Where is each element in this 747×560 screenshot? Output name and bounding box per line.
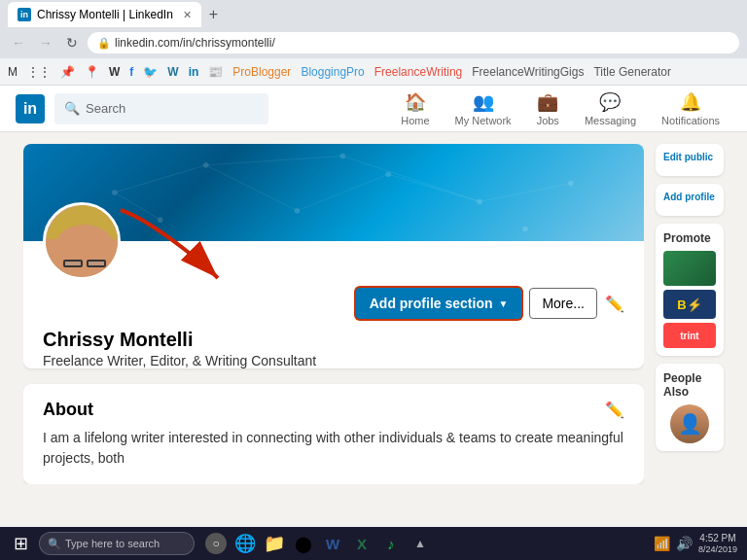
word-icon: W bbox=[326, 536, 339, 552]
svg-point-8 bbox=[522, 227, 528, 232]
nav-jobs[interactable]: 💼 Jobs bbox=[525, 88, 571, 130]
search-bar[interactable]: 🔍 Search bbox=[54, 93, 268, 124]
linkedin-nav: 🏠 Home 👥 My Network 💼 Jobs 💬 Messaging 🔔… bbox=[389, 88, 731, 130]
refresh-button[interactable]: ↻ bbox=[62, 33, 82, 52]
more-button[interactable]: More... bbox=[529, 288, 597, 319]
search-placeholder: Search bbox=[86, 101, 125, 116]
explorer-icon: 📁 bbox=[264, 533, 285, 554]
taskbar-file-explorer[interactable]: 📁 bbox=[261, 530, 288, 557]
bookmark-freelancewriting[interactable]: FreelanceWriting bbox=[374, 65, 462, 79]
tab-favicon: in bbox=[18, 8, 31, 21]
svg-line-13 bbox=[480, 184, 571, 202]
about-title: About bbox=[43, 400, 93, 420]
people-also-section: People Also 👤 bbox=[656, 364, 724, 451]
bookmark-problogger[interactable]: ProBlogger bbox=[232, 65, 291, 79]
bookmark-wikipedia[interactable]: W bbox=[109, 65, 120, 79]
svg-point-2 bbox=[295, 208, 301, 214]
avatar-container bbox=[23, 241, 644, 290]
taskbar-chrome[interactable]: ⬤ bbox=[290, 530, 317, 557]
avatar bbox=[43, 202, 121, 280]
edit-public-label: Edit public bbox=[663, 152, 716, 162]
profile-name: Chrissy Montelli bbox=[43, 329, 624, 351]
browser-tab-bar: in Chrissy Montelli | LinkedIn ✕ + bbox=[0, 0, 747, 27]
lock-icon: 🔒 bbox=[97, 37, 111, 50]
edit-public-section: Edit public bbox=[656, 144, 724, 176]
bookmark-feedly[interactable]: 📰 bbox=[208, 65, 223, 79]
forward-button[interactable]: → bbox=[35, 33, 56, 52]
new-tab-btn[interactable]: + bbox=[201, 2, 226, 27]
url-input[interactable]: 🔒 linkedin.com/in/chrissymontelli/ bbox=[88, 32, 739, 53]
start-button[interactable]: ⊞ bbox=[6, 530, 35, 557]
trint-label: trint bbox=[680, 331, 698, 341]
svg-point-3 bbox=[385, 171, 391, 177]
baylor-logo[interactable]: B⚡ bbox=[663, 290, 716, 319]
bookmark-titlegenerator[interactable]: Title Generator bbox=[593, 65, 671, 79]
tab-title: Chrissy Montelli | LinkedIn bbox=[37, 8, 173, 21]
edit-profile-button[interactable]: ✏️ bbox=[605, 295, 624, 313]
taskbar-apps: ○ 🌐 📁 ⬤ W X ♪ ▲ bbox=[202, 530, 434, 557]
profile-card: Add profile section More... ✏️ Chrissy M… bbox=[23, 144, 644, 368]
taskbar-word[interactable]: W bbox=[319, 530, 346, 557]
back-button[interactable]: ← bbox=[8, 33, 29, 52]
bookmark-twitter[interactable]: 🐦 bbox=[143, 65, 158, 79]
nav-notifications[interactable]: 🔔 Notifications bbox=[650, 88, 731, 130]
taskbar-search-text: Type here to search bbox=[65, 538, 160, 549]
edit-about-button[interactable]: ✏️ bbox=[605, 401, 624, 419]
profile-title: Freelance Writer, Editor, & Writing Cons… bbox=[43, 353, 624, 368]
messaging-icon: 💬 bbox=[599, 91, 621, 113]
nav-jobs-label: Jobs bbox=[537, 115, 559, 126]
chrome-icon: ⬤ bbox=[295, 535, 312, 553]
bookmark-gmail[interactable]: M bbox=[8, 65, 18, 79]
glass-left bbox=[63, 260, 83, 267]
bookmark-maps[interactable]: 📍 bbox=[85, 65, 99, 79]
nav-home[interactable]: 🏠 Home bbox=[389, 88, 441, 130]
bookmark-facebook[interactable]: f bbox=[129, 65, 133, 79]
tray-network-icon: 📶 bbox=[654, 536, 670, 551]
taskbar-cortana[interactable]: ○ bbox=[202, 530, 230, 557]
svg-line-9 bbox=[115, 165, 206, 192]
profile-info: Add profile section More... ✏️ Chrissy M… bbox=[23, 290, 644, 368]
nav-messaging[interactable]: 💬 Messaging bbox=[573, 88, 648, 130]
trint-logo[interactable]: trint bbox=[663, 323, 716, 348]
edge-icon: 🌐 bbox=[234, 533, 256, 554]
bookmark-bloggingpro[interactable]: BloggingPro bbox=[301, 65, 364, 79]
main-column: Add profile section More... ✏️ Chrissy M… bbox=[23, 144, 644, 484]
promote-section: Promote B⚡ trint bbox=[656, 224, 724, 356]
taskbar-search[interactable]: 🔍 Type here to search bbox=[39, 532, 195, 555]
bookmark-keep[interactable]: 📌 bbox=[60, 65, 75, 79]
search-icon: 🔍 bbox=[64, 101, 80, 116]
avatar-face bbox=[46, 205, 121, 280]
taskbar-excel[interactable]: X bbox=[348, 530, 375, 557]
nav-notifications-label: Notifications bbox=[661, 115, 720, 126]
taskbar-more[interactable]: ▲ bbox=[407, 530, 434, 557]
notifications-icon: 🔔 bbox=[680, 91, 701, 113]
svg-line-16 bbox=[342, 156, 480, 201]
taskbar-edge[interactable]: 🌐 bbox=[231, 530, 259, 557]
svg-point-6 bbox=[158, 217, 163, 223]
about-card: About ✏️ I am a lifelong writer interest… bbox=[23, 384, 644, 484]
add-profile-label: Add profile bbox=[663, 192, 716, 202]
windows-icon: ⊞ bbox=[14, 533, 28, 554]
add-profile-section-button[interactable]: Add profile section bbox=[356, 288, 522, 319]
right-sidebar: Edit public Add profile Promote B⚡ trint… bbox=[656, 144, 724, 484]
clock-time: 4:52 PM bbox=[698, 532, 737, 544]
active-tab[interactable]: in Chrissy Montelli | LinkedIn ✕ bbox=[8, 2, 201, 27]
tray-clock: 4:52 PM 8/24/2019 bbox=[698, 532, 737, 556]
svg-line-14 bbox=[115, 192, 160, 220]
bookmark-wordpress[interactable]: W bbox=[167, 65, 178, 79]
bookmark-google-apps[interactable]: ⋮⋮ bbox=[27, 65, 51, 79]
svg-line-11 bbox=[297, 174, 388, 211]
linkedin-logo[interactable]: in bbox=[16, 94, 45, 123]
bookmark-linkedin[interactable]: in bbox=[189, 65, 199, 79]
tab-close-btn[interactable]: ✕ bbox=[183, 9, 192, 21]
tray-volume-icon: 🔊 bbox=[676, 536, 693, 551]
home-icon: 🏠 bbox=[405, 91, 426, 113]
nav-home-label: Home bbox=[401, 115, 429, 126]
add-profile-section: Add profile bbox=[656, 184, 724, 216]
promote-label: Promote bbox=[663, 231, 716, 245]
taskbar-spotify[interactable]: ♪ bbox=[377, 530, 405, 557]
nav-network[interactable]: 👥 My Network bbox=[444, 88, 523, 130]
people-avatar: 👤 bbox=[670, 404, 709, 443]
bookmark-freelancewritinggigs[interactable]: FreelanceWritingGigs bbox=[472, 65, 584, 79]
clock-date: 8/24/2019 bbox=[698, 544, 737, 556]
